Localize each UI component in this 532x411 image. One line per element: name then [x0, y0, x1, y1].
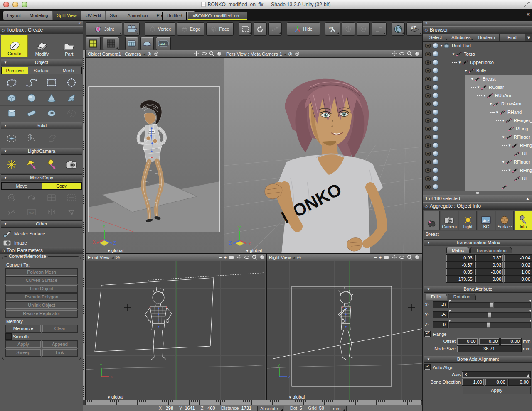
solid-extrude-tool[interactable]	[22, 133, 42, 144]
hide-button[interactable]: Hide	[287, 22, 320, 36]
tree-row-rfinger[interactable]: ▼ RFinger_	[423, 116, 532, 125]
matrix-cell[interactable]: 0.93	[475, 262, 503, 268]
part-mode-button[interactable]: Part	[56, 35, 82, 57]
render-toggle-icon[interactable]	[433, 134, 438, 140]
closed-line-tool[interactable]	[2, 78, 22, 88]
marquee-select-button[interactable]	[239, 22, 252, 36]
render-toggle-icon[interactable]	[433, 76, 438, 82]
coordinate-mode-dropdown[interactable]: Absolute	[257, 406, 284, 411]
pers-header[interactable]: Pers View : Meta Camera 1◢ ◎	[224, 50, 422, 58]
zoom-icon[interactable]	[252, 254, 257, 260]
matrix-cell[interactable]: -0.04	[504, 255, 532, 261]
pan-icon[interactable]	[194, 51, 199, 56]
select-button[interactable]: Select	[423, 34, 448, 41]
eye-icon[interactable]	[425, 52, 431, 56]
primitive-tab[interactable]: Primitive	[2, 67, 28, 74]
auto-align-checkbox[interactable]: ✓	[425, 365, 430, 370]
world-coordinates-button[interactable]	[392, 22, 405, 36]
expand-icon[interactable]: ▼	[502, 119, 505, 122]
tree-row-torso[interactable]: ▼ Torso	[423, 50, 532, 58]
document-tab-untitled[interactable]: Untitled	[162, 12, 187, 20]
eye-icon[interactable]	[425, 118, 431, 123]
image-item[interactable]: Image	[0, 239, 83, 247]
capsule-tool[interactable]	[22, 108, 42, 118]
zoom-icon[interactable]	[407, 51, 412, 56]
tree-row-rfinger[interactable]: ▼ RFinger_	[423, 158, 532, 166]
eye-icon[interactable]	[425, 160, 431, 164]
surface-tab[interactable]: Surface	[496, 211, 513, 230]
boolean-button[interactable]: Boolean	[474, 34, 500, 41]
tab-layout[interactable]: Layout	[3, 11, 25, 20]
render-toggle-icon[interactable]	[433, 51, 438, 57]
tree-horizontal-scrollbar[interactable]	[423, 191, 532, 195]
eye-icon[interactable]	[425, 135, 431, 139]
eye-icon[interactable]	[425, 102, 431, 106]
link-button[interactable]: Link	[42, 349, 77, 356]
cube-icon[interactable]	[294, 51, 300, 56]
eye-icon[interactable]	[425, 127, 431, 131]
shading-icon[interactable]	[217, 51, 222, 56]
y-rotation-field[interactable]: -5	[433, 312, 447, 318]
front-header[interactable]: Front View◢ ◎ − +	[86, 254, 267, 261]
matrix-cell[interactable]: 0.37	[475, 255, 503, 261]
transformation-tab[interactable]: Transformation	[470, 247, 512, 253]
matrix-tab[interactable]: Matrix	[446, 247, 470, 253]
attributes-button[interactable]: Attributes	[448, 34, 474, 41]
render-toggle-icon[interactable]	[433, 109, 438, 115]
find-button[interactable]: Find	[500, 34, 525, 41]
bg-tab[interactable]: BG	[478, 211, 495, 230]
expand-icon[interactable]: ▼	[477, 86, 480, 89]
line-object-button[interactable]: Line Object	[6, 285, 77, 292]
bone-axis-alignment-header[interactable]: ▼Bone Axis Alignment	[424, 356, 532, 363]
z-rotation-slider[interactable]	[449, 322, 531, 328]
target-icon[interactable]: ◎	[288, 51, 293, 56]
matrix-cell[interactable]: 179.65	[446, 276, 474, 282]
eye-icon[interactable]	[425, 143, 431, 148]
render-toggle-icon[interactable]	[433, 93, 438, 98]
other-section-header[interactable]: ▼Other	[1, 220, 82, 228]
cylinder-tool[interactable]	[2, 108, 22, 118]
tab-animation[interactable]: Animation	[123, 11, 152, 20]
matrix-cell[interactable]: 0.93	[446, 255, 474, 261]
spotlight-tool[interactable]	[22, 159, 42, 170]
right-header[interactable]: Right View◢ ◎ − +	[267, 254, 422, 261]
eye-icon[interactable]	[425, 85, 431, 90]
expand-icon[interactable]: ▼	[440, 44, 443, 48]
move-copy-section-header[interactable]: ▼Move/Copy	[1, 174, 82, 181]
tree-row-breast[interactable]: ▼ Breast	[423, 75, 532, 83]
fullscreen-icon[interactable]	[524, 2, 530, 7]
tree-row-root-part[interactable]: ▼ Root Part	[423, 42, 532, 50]
eye-icon[interactable]	[425, 68, 431, 73]
tab-skin[interactable]: Skin	[106, 11, 123, 20]
render-toggle-icon[interactable]	[433, 159, 438, 165]
eye-icon[interactable]	[425, 168, 431, 173]
matrix-cell[interactable]: 0.02	[504, 262, 532, 268]
circle-tool[interactable]	[62, 78, 81, 88]
tab-uv-edit[interactable]: UV Edit	[81, 11, 106, 20]
expand-icon[interactable]: ▼	[502, 160, 505, 164]
shapes-tab[interactable]	[424, 211, 440, 230]
target-icon[interactable]: ◎	[148, 51, 152, 56]
master-surface-item[interactable]: Master Surface	[0, 228, 83, 239]
zoom-icon[interactable]	[209, 51, 214, 56]
open-line-tool[interactable]	[22, 78, 42, 88]
eye-icon[interactable]	[425, 77, 431, 81]
scroll-up-icon[interactable]: ▲	[526, 195, 530, 202]
camera-mode-button[interactable]	[124, 22, 140, 36]
expand-icon[interactable]: ▼	[508, 169, 511, 172]
object-section-header[interactable]: ▼Object	[1, 59, 82, 66]
clear-button[interactable]: Clear	[42, 325, 77, 332]
euler-tab[interactable]: Euler	[426, 294, 447, 300]
matrix-cell[interactable]: -0.37	[446, 262, 474, 268]
solid-section-header[interactable]: ▼Solid	[1, 122, 82, 129]
object-camera-header[interactable]: Object Camera1 : Camera◢ ◎	[86, 50, 224, 58]
sidebar-collapse-button[interactable]: «	[0, 21, 83, 26]
node-size-field[interactable]: 36.71	[457, 346, 521, 352]
torus-tool[interactable]	[42, 108, 62, 118]
eye-icon[interactable]	[425, 110, 431, 115]
cone-tool[interactable]	[42, 93, 62, 103]
smooth-checkbox[interactable]	[6, 334, 11, 339]
expand-icon[interactable]: ▼	[489, 102, 493, 106]
tree-row-belly[interactable]: ▼ Belly	[423, 66, 532, 75]
expand-icon[interactable]: ▼	[502, 135, 505, 139]
